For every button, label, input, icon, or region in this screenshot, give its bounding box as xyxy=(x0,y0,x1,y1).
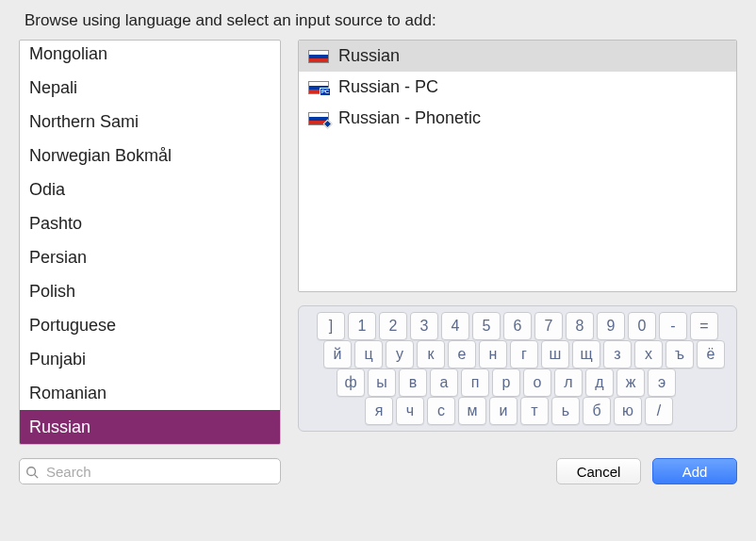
keyboard-key: й xyxy=(323,340,352,369)
dialog-footer: Cancel Add xyxy=(19,458,737,484)
keyboard-key: ж xyxy=(616,369,645,397)
input-source-label: Russian xyxy=(338,46,400,66)
keyboard-key: 6 xyxy=(503,312,532,340)
keyboard-key: и xyxy=(489,397,518,425)
svg-point-0 xyxy=(27,467,36,476)
keyboard-key: ы xyxy=(368,369,396,397)
keyboard-key: я xyxy=(365,397,393,425)
keyboard-key: ] xyxy=(317,312,345,340)
input-source-item[interactable]: Russian xyxy=(299,41,736,72)
input-source-list-panel[interactable]: RussianPCRussian - PCRussian - Phonetic xyxy=(298,40,737,292)
keyboard-key: р xyxy=(492,369,520,397)
language-item-label: Persian xyxy=(29,248,87,267)
add-button[interactable]: Add xyxy=(652,458,737,484)
keyboard-key: к xyxy=(417,340,445,369)
keyboard-key: ю xyxy=(614,397,642,425)
keyboard-key: ё xyxy=(697,340,725,369)
keyboard-key: г xyxy=(510,340,538,369)
keyboard-row: фывапролджэ xyxy=(304,369,731,397)
keyboard-key: 3 xyxy=(410,312,438,340)
language-item[interactable]: Norwegian Bokmål xyxy=(20,139,280,172)
dialog-instruction: Browse using language and select an inpu… xyxy=(19,11,737,30)
language-item-label: Norwegian Bokmål xyxy=(29,146,172,165)
keyboard-key: ь xyxy=(551,397,580,425)
language-item-label: Northern Sami xyxy=(29,112,139,131)
input-source-item[interactable]: PCRussian - PC xyxy=(299,72,736,103)
language-item-label: Mongolian xyxy=(29,44,107,63)
keyboard-key: у xyxy=(386,340,414,369)
keyboard-key: ч xyxy=(396,397,424,425)
keyboard-key: 4 xyxy=(441,312,469,340)
keyboard-key: х xyxy=(634,340,663,369)
keyboard-key: н xyxy=(479,340,507,369)
language-item[interactable]: Polish xyxy=(20,274,280,308)
language-item-label: Polish xyxy=(29,282,75,301)
language-item[interactable]: Punjabi xyxy=(20,342,280,376)
input-source-label: Russian - Phonetic xyxy=(338,108,481,128)
search-field-wrap xyxy=(19,458,281,484)
keyboard-key: а xyxy=(430,369,458,397)
keyboard-preview: ]1234567890-=йцукенгшщзхъёфывапролджэячс… xyxy=(298,305,737,432)
language-item-label: Odia xyxy=(29,180,65,199)
language-item-label: Nepali xyxy=(29,78,77,97)
flag-icon xyxy=(308,112,329,125)
language-item[interactable]: Northern Sami xyxy=(20,105,280,139)
flag-icon: PC xyxy=(308,81,329,94)
language-item-label: Portuguese xyxy=(29,316,116,335)
keyboard-key: ц xyxy=(354,340,383,369)
language-item[interactable]: Pashto xyxy=(20,206,280,240)
keyboard-key: ш xyxy=(541,340,569,369)
keyboard-key: / xyxy=(645,397,673,425)
cancel-button[interactable]: Cancel xyxy=(556,458,641,484)
input-source-dialog: Browse using language and select an inpu… xyxy=(0,0,756,501)
language-item[interactable]: Portuguese xyxy=(20,308,280,342)
language-item[interactable]: Russian xyxy=(20,410,280,444)
keyboard-key: - xyxy=(659,312,687,340)
keyboard-key: л xyxy=(554,369,583,397)
keyboard-key: д xyxy=(585,369,614,397)
search-input[interactable] xyxy=(19,458,281,484)
flag-icon xyxy=(308,50,329,63)
svg-line-1 xyxy=(35,475,39,479)
keyboard-key: б xyxy=(583,397,611,425)
language-item[interactable]: Nepali xyxy=(20,71,280,105)
language-item[interactable]: Odia xyxy=(20,172,280,206)
keyboard-key: е xyxy=(448,340,476,369)
language-item-label: Pashto xyxy=(29,214,82,233)
main-columns: MongolianNepaliNorthern SamiNorwegian Bo… xyxy=(19,40,737,445)
keyboard-key: о xyxy=(523,369,551,397)
keyboard-key: 8 xyxy=(566,312,594,340)
keyboard-key: 9 xyxy=(597,312,625,340)
keyboard-key: ф xyxy=(337,369,365,397)
language-item-label: Russian xyxy=(29,418,90,436)
keyboard-key: 7 xyxy=(534,312,563,340)
keyboard-key: 2 xyxy=(379,312,407,340)
keyboard-key: 5 xyxy=(472,312,501,340)
keyboard-key: 1 xyxy=(348,312,376,340)
keyboard-key: м xyxy=(458,397,486,425)
keyboard-key: в xyxy=(399,369,427,397)
language-item-label: Punjabi xyxy=(29,350,86,369)
right-column: RussianPCRussian - PCRussian - Phonetic … xyxy=(298,40,737,445)
language-item[interactable]: Romanian xyxy=(20,376,280,410)
language-item[interactable]: Persian xyxy=(20,240,280,274)
language-list-panel[interactable]: MongolianNepaliNorthern SamiNorwegian Bo… xyxy=(19,40,281,445)
input-source-label: Russian - PC xyxy=(338,77,438,97)
language-item[interactable]: Mongolian xyxy=(20,43,280,71)
search-icon xyxy=(25,465,39,478)
input-source-item[interactable]: Russian - Phonetic xyxy=(299,103,736,134)
keyboard-key: ъ xyxy=(666,340,694,369)
keyboard-row: ]1234567890-= xyxy=(304,312,731,340)
keyboard-key: = xyxy=(690,312,718,340)
keyboard-key: щ xyxy=(572,340,600,369)
keyboard-key: з xyxy=(603,340,632,369)
keyboard-key: э xyxy=(648,369,676,397)
keyboard-row: ячсмитьбю/ xyxy=(304,397,731,425)
keyboard-key: п xyxy=(461,369,489,397)
keyboard-key: 0 xyxy=(628,312,656,340)
language-item-label: Romanian xyxy=(29,384,107,402)
keyboard-key: с xyxy=(427,397,455,425)
keyboard-row: йцукенгшщзхъё xyxy=(304,340,731,369)
keyboard-key: т xyxy=(520,397,549,425)
